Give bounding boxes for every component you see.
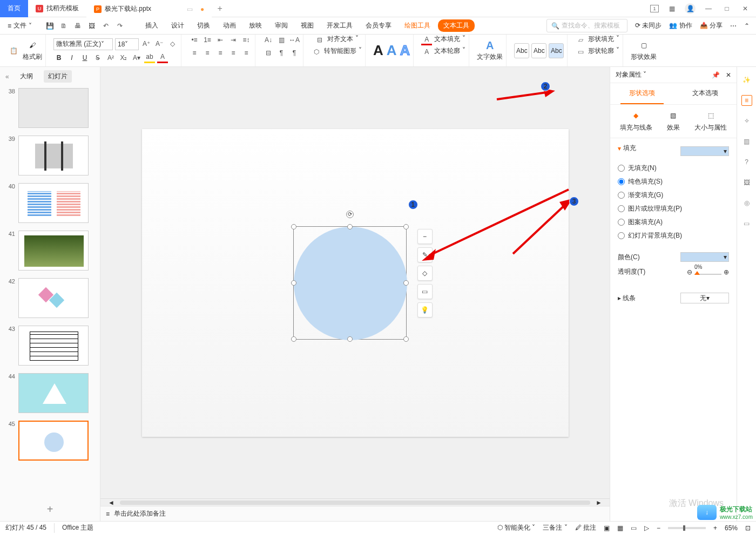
grow-font-icon[interactable]: A⁺ <box>141 38 152 49</box>
view-normal-icon[interactable]: ▣ <box>604 524 610 532</box>
shape-fill-icon[interactable]: ▱ <box>575 35 586 45</box>
tab-home[interactable]: 首页 <box>0 0 28 17</box>
opacity-dec-icon[interactable]: ⊖ <box>687 268 692 276</box>
slides-tab[interactable]: 幻灯片 <box>44 70 72 83</box>
text-effects-icon[interactable]: A <box>484 39 496 51</box>
ft-fill-icon[interactable]: ◇ <box>417 266 433 281</box>
indent-dec-icon[interactable]: ⇤ <box>215 35 226 45</box>
more-icon[interactable]: ⋯ <box>730 22 737 30</box>
tab-templates[interactable]: U 找稻壳模板 <box>28 0 86 17</box>
align-text-icon[interactable]: ⊟ <box>314 35 325 45</box>
ft-rect-icon[interactable]: ▭ <box>417 284 433 299</box>
text-direction-icon[interactable]: A↓ <box>263 35 274 45</box>
radio-solid-fill[interactable]: 纯色填充(S) <box>618 177 729 186</box>
resize-handle[interactable] <box>291 280 296 286</box>
rs-image-icon[interactable]: 🖼 <box>741 177 752 188</box>
zoom-slider[interactable] <box>668 527 706 529</box>
resize-handle[interactable] <box>403 336 409 342</box>
clear-format-icon[interactable]: ◇ <box>167 38 178 49</box>
ft-idea-icon[interactable]: 💡 <box>417 302 433 317</box>
slide-thumb[interactable] <box>18 326 89 366</box>
menu-text-tools[interactable]: 文本工具 <box>438 19 475 32</box>
fill-line-subtab[interactable]: ◆填充与线条 <box>620 110 652 132</box>
wordart-preset-1[interactable]: A <box>373 42 383 59</box>
shape-preset-1[interactable]: Abc <box>514 43 529 58</box>
menu-slideshow[interactable]: 放映 <box>244 18 267 33</box>
notes-toggle[interactable]: 三备注 ˅ <box>543 523 567 532</box>
zoom-out-icon[interactable]: − <box>657 524 660 532</box>
comments-toggle[interactable]: 🖉 批注 <box>575 523 596 532</box>
resize-handle[interactable] <box>403 224 409 229</box>
slide[interactable]: ⟳ − ✎ ◇ ▭ 💡 1 <box>142 129 569 437</box>
wordart-preset-2[interactable]: A <box>387 42 397 59</box>
line-spacing-icon[interactable]: ≡↕ <box>241 35 252 45</box>
menu-devtools[interactable]: 开发工具 <box>321 18 358 33</box>
rs-target-icon[interactable]: ◎ <box>741 198 752 208</box>
radio-picture-fill[interactable]: 图片或纹理填充(P) <box>618 204 729 213</box>
rotate-handle[interactable]: ⟳ <box>346 211 354 218</box>
underline-icon[interactable]: U <box>79 52 90 63</box>
fill-section-header[interactable]: ▾ 填充 <box>618 144 636 153</box>
resize-handle[interactable] <box>291 224 296 229</box>
slide-thumb[interactable] <box>18 88 89 128</box>
maximize-button[interactable]: □ <box>721 3 732 14</box>
distribute-icon[interactable]: ≡ <box>241 48 252 58</box>
rs-star-icon[interactable]: ✧ <box>741 116 752 126</box>
slide-canvas[interactable]: ⟳ − ✎ ◇ ▭ 💡 1 <box>100 67 610 498</box>
justify-icon[interactable]: ≡ <box>228 48 239 58</box>
resize-handle[interactable] <box>403 280 409 286</box>
rtl-icon[interactable]: ¶ <box>276 48 287 58</box>
menu-view[interactable]: 视图 <box>295 18 319 33</box>
radio-pattern-fill[interactable]: 图案填充(A) <box>618 218 729 227</box>
slide-thumb[interactable] <box>18 183 89 223</box>
radio-slidebg-fill[interactable]: 幻灯片背景填充(B) <box>618 231 729 240</box>
wordart-preset-3[interactable]: A <box>400 42 410 59</box>
zoom-in-icon[interactable]: + <box>713 524 717 532</box>
circle-shape[interactable] <box>294 227 407 340</box>
slide-thumb[interactable] <box>18 278 89 318</box>
slide-thumb[interactable] <box>18 136 89 175</box>
unsync-icon[interactable]: ⟳ 未同步 <box>635 21 662 30</box>
effects-subtab[interactable]: ▧效果 <box>667 110 680 132</box>
resize-handle[interactable] <box>347 336 353 342</box>
ft-minus-icon[interactable]: − <box>417 229 433 244</box>
numbering-icon[interactable]: 1≡ <box>202 35 213 45</box>
export-icon[interactable]: 🖼 <box>87 21 97 31</box>
smart-beautify-button[interactable]: ⬡ 智能美化 ˅ <box>497 523 536 532</box>
outline-tab[interactable]: 大纲 <box>16 70 37 83</box>
size-props-subtab[interactable]: ⬚大小与属性 <box>694 110 727 132</box>
ft-edit-icon[interactable]: ✎ <box>417 247 433 262</box>
scroll-right-icon[interactable]: ► <box>596 499 602 506</box>
shape-preset-3[interactable]: Abc <box>549 43 564 58</box>
close-panel-icon[interactable]: ✕ <box>726 71 731 79</box>
menu-review[interactable]: 审阅 <box>269 18 293 33</box>
text-options-tab[interactable]: 文本选项 <box>684 83 727 104</box>
print-preview-icon[interactable]: 🗎 <box>59 21 69 31</box>
columns-icon[interactable]: ▥ <box>276 35 287 45</box>
color-picker[interactable]: ▾ <box>680 252 729 262</box>
tab-current-file[interactable]: P 极光下载站.pptx ▭ ● <box>86 0 212 17</box>
align-right-icon[interactable]: ≡ <box>215 48 226 58</box>
rs-help-icon[interactable]: ? <box>741 157 752 167</box>
thumbnail-mode-icon[interactable]: ▭ <box>187 5 193 13</box>
radio-gradient-fill[interactable]: 渐变填充(G) <box>618 191 729 200</box>
menu-member[interactable]: 会员专享 <box>360 18 397 33</box>
subscript-icon[interactable]: X₂ <box>118 52 129 63</box>
avatar-icon[interactable]: 👤 <box>685 3 696 14</box>
collapse-ribbon-icon[interactable]: ⌃ <box>744 22 750 30</box>
font-name-select[interactable]: 微软雅黑 (正文) ˅ <box>53 38 113 50</box>
slide-thumb[interactable] <box>18 373 89 413</box>
spacing-icon[interactable]: ↔A <box>289 35 300 45</box>
menu-transition[interactable]: 切换 <box>192 18 215 33</box>
indent-inc-icon[interactable]: ⇥ <box>228 35 239 45</box>
resize-handle[interactable] <box>291 336 296 342</box>
align-left-icon[interactable]: ≡ <box>189 48 200 58</box>
redo-icon[interactable]: ↷ <box>115 21 125 31</box>
radio-no-fill[interactable]: 无填充(N) <box>618 164 729 173</box>
align-center-icon[interactable]: ≡ <box>202 48 213 58</box>
opacity-inc-icon[interactable]: ⊕ <box>724 268 729 276</box>
fill-preview-swatch[interactable]: ▾ <box>680 146 729 156</box>
share-icon[interactable]: 📤 分享 <box>700 21 723 30</box>
rs-magic-icon[interactable]: ✨ <box>741 75 752 85</box>
save-icon[interactable]: 💾 <box>45 21 55 31</box>
